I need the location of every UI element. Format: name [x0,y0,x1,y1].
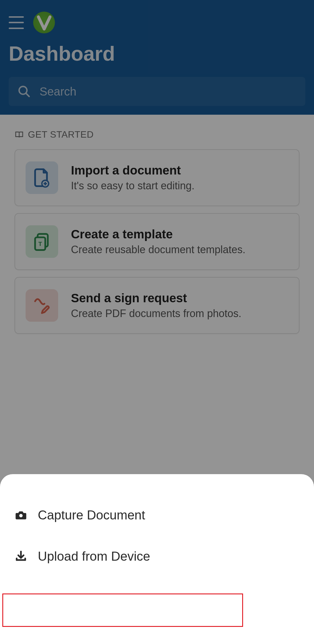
bottom-sheet: Capture Document Upload from Device [0,474,314,644]
sheet-item-upload-from-device[interactable]: Upload from Device [0,536,314,577]
sheet-item-label: Upload from Device [38,549,150,564]
sheet-item-label: Capture Document [38,508,145,522]
page: Dashboard GET STARTED [0,0,314,644]
svg-point-8 [19,514,23,517]
sheet-item-capture-document[interactable]: Capture Document [0,494,314,536]
camera-icon [15,509,27,521]
download-icon [15,550,27,563]
